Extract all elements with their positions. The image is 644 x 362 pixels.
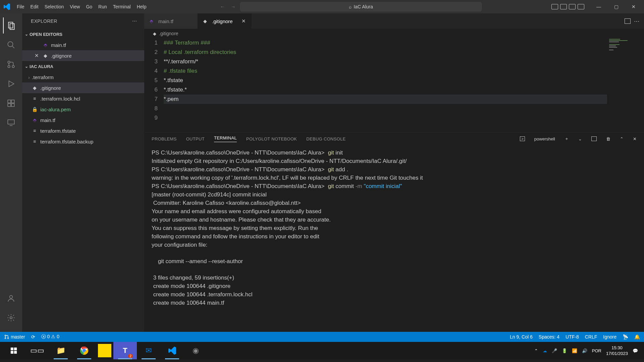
tab-gitignore[interactable]: ◆ .gitignore ✕	[198, 13, 252, 29]
task-view-icon[interactable]: ▭▭	[25, 342, 49, 359]
gear-icon[interactable]	[3, 310, 19, 326]
file-item[interactable]: ≡ .terraform.lock.hcl	[22, 93, 144, 104]
indentation[interactable]: Spaces: 4	[539, 334, 559, 340]
code-editor[interactable]: 123456789 ### Terraform ### # Local .ter…	[144, 38, 644, 132]
file-item[interactable]: ≡ terraform.tfstate	[22, 125, 144, 136]
onedrive-icon[interactable]: ☁	[543, 348, 547, 353]
terminal-output[interactable]: PS C:\Users\karoline.cafisso\OneDrive - …	[144, 145, 644, 332]
terminal-shell-icon[interactable]: >	[520, 136, 525, 141]
trash-icon[interactable]: 🗑	[606, 136, 610, 141]
command-center[interactable]: ⌕ IaC Alura	[240, 2, 482, 11]
nav-forward-icon[interactable]: →	[229, 3, 237, 11]
open-editor-item[interactable]: ⬘ main.tf	[22, 40, 144, 50]
eol[interactable]: CRLF	[585, 334, 597, 340]
file-item-gitignore[interactable]: ◆ .gitignore	[22, 82, 144, 93]
sticky-notes-icon[interactable]	[98, 344, 111, 357]
terminal-dropdown-icon[interactable]: ⌄	[578, 136, 582, 141]
account-icon[interactable]	[3, 290, 19, 306]
menu-terminal[interactable]: Terminal	[110, 3, 133, 11]
tab-main-tf[interactable]: ⬘ main.tf	[144, 13, 198, 29]
battery-icon[interactable]: 🔋	[562, 348, 567, 353]
breadcrumb[interactable]: ◆ .gitignore	[144, 29, 644, 38]
volume-icon[interactable]: 🔊	[582, 348, 587, 353]
scm-branch-icon[interactable]: master	[4, 334, 25, 340]
sync-icon[interactable]: ⟳	[31, 334, 35, 340]
close-panel-icon[interactable]: ✕	[633, 136, 637, 141]
app-icon[interactable]: ◉	[184, 342, 207, 359]
teams-icon[interactable]: T2	[113, 342, 137, 359]
menu-edit[interactable]: Edit	[28, 3, 41, 11]
code-content[interactable]: ### Terraform ### # Local .terraform dir…	[164, 38, 644, 132]
errors-count[interactable]: ⓧ 0 ⚠ 0	[41, 334, 59, 340]
debug-icon[interactable]	[3, 76, 19, 92]
maximize-button[interactable]: ▢	[608, 1, 624, 13]
close-icon[interactable]: ✕	[241, 18, 246, 24]
terraform-file-icon: ⬘	[32, 117, 38, 123]
language-mode[interactable]: Ignore	[603, 334, 616, 340]
minimap[interactable]	[607, 38, 644, 132]
menu-selection[interactable]: Selection	[42, 3, 67, 11]
encoding[interactable]: UTF-8	[566, 334, 579, 340]
split-editor-icon[interactable]	[625, 18, 631, 24]
menu-file[interactable]: File	[14, 3, 27, 11]
panel-tab-polyglot[interactable]: POLYGLOT NOTEBOOK	[246, 136, 297, 141]
panel-tab-output[interactable]: OUTPUT	[186, 136, 205, 141]
tray-chevron-icon[interactable]: ⌃	[534, 348, 538, 353]
file-item-tf[interactable]: ⬘ main.tf	[22, 115, 144, 125]
layout-controls[interactable]	[551, 4, 584, 9]
svg-rect-1	[10, 24, 14, 29]
menu-go[interactable]: Go	[83, 3, 95, 11]
scm-icon[interactable]	[3, 56, 19, 72]
menu-run[interactable]: Run	[96, 3, 110, 11]
search-icon: ⌕	[349, 4, 352, 9]
search-activity-icon[interactable]	[3, 37, 19, 53]
outlook-icon[interactable]: ✉	[137, 342, 160, 359]
start-button[interactable]	[2, 342, 25, 359]
explorer-icon[interactable]	[3, 17, 19, 34]
new-terminal-icon[interactable]: ＋	[565, 136, 569, 142]
chevron-down-icon: ⌄	[25, 64, 28, 69]
svg-rect-9	[11, 100, 14, 103]
input-lang[interactable]: POR	[592, 348, 601, 353]
more-actions-icon[interactable]: ⋯	[634, 18, 639, 24]
file-item[interactable]: ≡ terraform.tfstate.backup	[22, 136, 144, 147]
svg-rect-8	[8, 100, 11, 103]
panel-tab-terminal[interactable]: TERMINAL	[214, 135, 237, 142]
open-editor-item-active[interactable]: ✕ ◆ .gitignore	[22, 50, 144, 61]
cursor-position[interactable]: Ln 9, Col 6	[510, 334, 533, 340]
minimize-button[interactable]: —	[591, 1, 606, 13]
close-button[interactable]: ✕	[626, 1, 641, 13]
vscode-taskbar-icon[interactable]	[160, 342, 184, 359]
file-item-locked[interactable]: 🔒 iac-alura.pem	[22, 104, 144, 115]
workspace-header[interactable]: ⌄ IAC ALURA	[22, 61, 144, 72]
maximize-panel-icon[interactable]: ⌃	[620, 136, 624, 141]
bell-icon[interactable]: 🔔	[634, 334, 640, 340]
menu-help[interactable]: Help	[134, 3, 149, 11]
remote-icon[interactable]	[3, 115, 19, 131]
extensions-icon[interactable]	[3, 95, 19, 111]
split-terminal-icon[interactable]	[591, 136, 597, 141]
editor-tabs: ⬘ main.tf ◆ .gitignore ✕ ⋯	[144, 13, 644, 29]
file-icon: ≡	[32, 96, 38, 101]
mic-icon[interactable]: 🎤	[552, 348, 557, 353]
terminal-shell-label[interactable]: powershell	[534, 136, 555, 141]
open-editors-header[interactable]: ⌄ OPEN EDITORS	[22, 29, 144, 40]
search-text: IaC Alura	[354, 4, 373, 9]
chrome-icon[interactable]	[72, 342, 96, 359]
action-center-icon[interactable]: 💬	[633, 348, 638, 353]
feedback-icon[interactable]: 📡	[623, 334, 628, 340]
close-icon[interactable]: ✕	[34, 53, 40, 59]
nav-back-icon[interactable]: ←	[219, 3, 226, 11]
file-explorer-icon[interactable]: 📁	[49, 342, 72, 359]
folder-item[interactable]: › .terraform	[22, 72, 144, 82]
svg-rect-11	[11, 104, 14, 107]
explorer-more-icon[interactable]: ⋯	[132, 18, 137, 24]
menu-view[interactable]: View	[67, 3, 83, 11]
svg-point-2	[8, 42, 13, 47]
panel-tab-problems[interactable]: PROBLEMS	[152, 136, 177, 141]
system-clock[interactable]: 15:30 17/01/2023	[606, 345, 628, 356]
activity-bar	[0, 13, 22, 332]
file-icon: ≡	[32, 128, 38, 133]
panel-tab-debug[interactable]: DEBUG CONSOLE	[306, 136, 345, 141]
wifi-icon[interactable]: 📶	[572, 348, 577, 353]
